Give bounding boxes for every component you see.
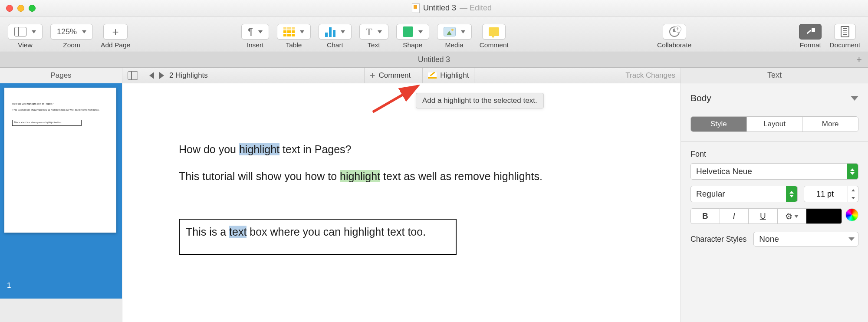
pilcrow-icon: ¶ (248, 26, 253, 37)
highlights-count: 2 Highlights (169, 71, 208, 80)
collaborate-label: Collaborate (657, 41, 691, 49)
table-button[interactable] (277, 24, 311, 39)
document-page[interactable]: How do you highlight text in Pages? This… (122, 83, 681, 255)
plus-icon: + (112, 25, 119, 39)
add-page-label: Add Page (101, 41, 130, 49)
document-area: 2 Highlights + Comment Highlight Track C… (122, 68, 681, 322)
page-thumbnails: How do you highlight text in Pages? This… (0, 83, 122, 299)
track-changes-button[interactable]: Track Changes (625, 71, 675, 80)
add-highlight-button[interactable]: Highlight (422, 68, 474, 83)
chevron-down-icon (300, 30, 304, 33)
subtab-more[interactable]: More (802, 117, 858, 131)
plus-icon: + (370, 70, 375, 81)
comment-label: Comment (480, 41, 509, 49)
document-label: Document (829, 41, 860, 49)
tab-untitled-3[interactable]: Untitled 3 (418, 55, 450, 64)
stepper-arrows-icon (848, 186, 858, 202)
add-tab-button[interactable]: + (850, 52, 868, 67)
underline-button[interactable]: U (749, 208, 778, 224)
media-icon (444, 27, 456, 36)
next-highlight-button[interactable] (159, 72, 164, 79)
character-styles-select[interactable]: None (753, 232, 858, 246)
document-icon (412, 3, 420, 13)
inspector-subtabs: Style Layout More (690, 116, 858, 132)
main-area: Pages How do you highlight text in Pages… (0, 68, 868, 322)
pages-sidebar: Pages How do you highlight text in Pages… (0, 68, 122, 322)
edited-indicator: — Edited (460, 3, 492, 13)
add-page-button[interactable]: + (103, 24, 128, 39)
chevron-down-icon (258, 30, 263, 33)
view-button[interactable] (8, 24, 43, 39)
font-weight-select[interactable]: Regular (690, 186, 798, 202)
paragraph-2[interactable]: This tutorial will show you how to highl… (179, 169, 624, 184)
color-picker-button[interactable] (845, 208, 858, 221)
insert-button[interactable]: ¶ (241, 24, 269, 39)
close-window-button[interactable] (6, 5, 13, 12)
stepper-arrows-icon (786, 186, 797, 202)
paragraph-style-value: Body (690, 93, 711, 103)
table-label: Table (286, 41, 302, 49)
window-controls (6, 5, 36, 12)
document-name: Untitled 3 (423, 3, 456, 13)
minimize-window-button[interactable] (17, 5, 24, 12)
font-family-value: Helvetica Neue (696, 167, 752, 176)
format-button[interactable] (799, 24, 822, 39)
chevron-down-icon (82, 30, 86, 33)
selected-text[interactable]: text (229, 226, 247, 238)
toggle-navigator-button[interactable] (128, 71, 138, 80)
divider (681, 141, 868, 142)
paragraph-style-selector[interactable]: Body (690, 93, 858, 103)
document-tabbar: Untitled 3 + (0, 52, 868, 68)
italic-button[interactable]: I (720, 208, 749, 224)
chevron-down-icon (32, 30, 36, 33)
character-styles-value: None (759, 234, 779, 244)
collaborate-icon (669, 26, 680, 37)
font-family-select[interactable]: Helvetica Neue (690, 163, 858, 180)
font-size-stepper[interactable]: 11 pt (804, 186, 858, 202)
view-label: View (18, 41, 32, 49)
chevron-down-icon (848, 237, 855, 241)
document-button[interactable] (834, 24, 856, 39)
highlighter-icon (428, 72, 437, 79)
font-section-label: Font (690, 150, 858, 159)
comment-icon (489, 27, 499, 36)
comment-button[interactable] (482, 24, 506, 39)
chevron-down-icon (461, 30, 465, 33)
collaborate-button[interactable] (663, 24, 686, 39)
shape-icon (403, 26, 413, 37)
comment-action-label: Comment (379, 71, 411, 80)
highlighted-text[interactable]: highlight (239, 143, 279, 155)
text-box[interactable]: This is a text box where you can highlig… (179, 219, 457, 255)
media-button[interactable] (437, 24, 472, 39)
zoom-button[interactable]: 125% (50, 24, 93, 39)
stepper-arrows-icon (847, 164, 858, 179)
subtab-style[interactable]: Style (691, 117, 746, 131)
highlighted-text[interactable]: highlight (340, 170, 380, 182)
page-thumbnail-1[interactable]: How do you highlight text in Pages? This… (4, 88, 116, 233)
text-button[interactable]: T (359, 24, 388, 39)
chart-button[interactable] (319, 24, 352, 39)
chevron-down-icon (794, 215, 799, 218)
chart-label: Chart (327, 41, 343, 49)
shape-button[interactable] (396, 24, 429, 39)
bold-button[interactable]: B (690, 208, 720, 224)
inspector-tab-text[interactable]: Text (681, 68, 868, 83)
maximize-window-button[interactable] (29, 5, 36, 12)
paintbrush-icon (806, 27, 815, 36)
add-comment-button[interactable]: + Comment (364, 68, 417, 83)
text-options-button[interactable]: ⚙ (778, 208, 807, 224)
format-label: Format (800, 41, 821, 49)
gear-icon: ⚙ (785, 211, 792, 221)
text-icon: T (366, 26, 372, 38)
subtab-layout[interactable]: Layout (746, 117, 802, 131)
pages-sidebar-title: Pages (0, 68, 122, 83)
plus-icon: + (856, 54, 862, 66)
text-label: Text (368, 41, 380, 49)
titlebar: Untitled 3 — Edited (0, 0, 868, 16)
zoom-label: Zoom (63, 41, 80, 49)
text-color-well[interactable] (806, 208, 842, 224)
sidebar-view-icon (14, 27, 26, 36)
highlight-tooltip: Add a highlight to the selected text. (416, 93, 544, 108)
prev-highlight-button[interactable] (149, 72, 154, 79)
paragraph-1[interactable]: How do you highlight text in Pages? (179, 142, 624, 157)
